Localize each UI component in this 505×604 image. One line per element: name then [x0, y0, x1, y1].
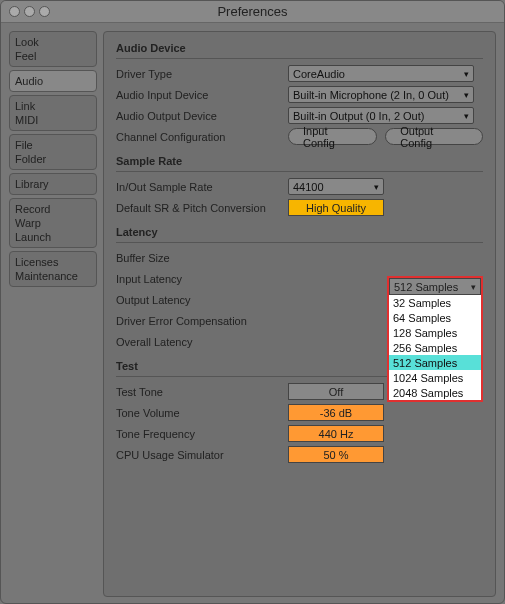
sidebar-group-look-feel[interactable]: Look Feel	[9, 31, 97, 67]
sidebar-item-launch[interactable]: Launch	[15, 230, 91, 244]
window-title: Preferences	[1, 4, 504, 19]
cpu-value[interactable]: 50 %	[288, 446, 384, 463]
buffer-option-32[interactable]: 32 Samples	[389, 295, 481, 310]
test-tone-label: Test Tone	[116, 386, 288, 398]
row-cpu-sim: CPU Usage Simulator 50 %	[116, 444, 483, 465]
buffer-size-dropdown[interactable]: 512 Samples 32 Samples 64 Samples 128 Sa…	[387, 276, 483, 402]
audio-input-value: Built-in Microphone (2 In, 0 Out)	[293, 89, 449, 101]
default-sr-label: Default SR & Pitch Conversion	[116, 202, 288, 214]
buffer-option-256[interactable]: 256 Samples	[389, 340, 481, 355]
tone-volume-value[interactable]: -36 dB	[288, 404, 384, 421]
row-buffer-size: Buffer Size	[116, 247, 483, 268]
sidebar: Look Feel Audio Link MIDI File Folder Li…	[9, 31, 97, 597]
driver-type-label: Driver Type	[116, 68, 288, 80]
inout-sr-value: 44100	[293, 181, 324, 193]
tone-freq-value[interactable]: 440 Hz	[288, 425, 384, 442]
audio-output-value: Built-in Output (0 In, 2 Out)	[293, 110, 424, 122]
buffer-option-1024[interactable]: 1024 Samples	[389, 370, 481, 385]
sidebar-group-link-midi[interactable]: Link MIDI	[9, 95, 97, 131]
buffer-size-selected: 512 Samples	[394, 281, 458, 293]
sidebar-item-licenses[interactable]: Licenses	[15, 255, 91, 269]
sidebar-item-folder[interactable]: Folder	[15, 152, 91, 166]
audio-output-label: Audio Output Device	[116, 110, 288, 122]
tone-volume-label: Tone Volume	[116, 407, 288, 419]
row-channel-config: Channel Configuration Input Config Outpu…	[116, 126, 483, 147]
row-audio-input: Audio Input Device Built-in Microphone (…	[116, 84, 483, 105]
section-sample-rate: Sample Rate	[116, 153, 483, 172]
output-config-button[interactable]: Output Config	[385, 128, 483, 145]
sidebar-item-midi[interactable]: MIDI	[15, 113, 91, 127]
driver-error-label: Driver Error Compensation	[116, 315, 288, 327]
channel-config-label: Channel Configuration	[116, 131, 288, 143]
content-area: Look Feel Audio Link MIDI File Folder Li…	[1, 23, 504, 604]
cpu-label: CPU Usage Simulator	[116, 449, 288, 461]
row-tone-freq: Tone Frequency 440 Hz	[116, 423, 483, 444]
preferences-window: Preferences Look Feel Audio Link MIDI Fi…	[0, 0, 505, 604]
default-sr-toggle[interactable]: High Quality	[288, 199, 384, 216]
buffer-size-label: Buffer Size	[116, 252, 288, 264]
sidebar-group-licenses[interactable]: Licenses Maintenance	[9, 251, 97, 287]
input-latency-label: Input Latency	[116, 273, 288, 285]
inout-sr-select[interactable]: 44100	[288, 178, 384, 195]
section-latency: Latency	[116, 224, 483, 243]
section-audio-device: Audio Device	[116, 40, 483, 59]
sidebar-group-record[interactable]: Record Warp Launch	[9, 198, 97, 248]
sidebar-item-warp[interactable]: Warp	[15, 216, 91, 230]
row-inout-sample-rate: In/Out Sample Rate 44100	[116, 176, 483, 197]
sidebar-group-library[interactable]: Library	[9, 173, 97, 195]
inout-sr-label: In/Out Sample Rate	[116, 181, 288, 193]
sidebar-group-audio[interactable]: Audio	[9, 70, 97, 92]
tone-freq-label: Tone Frequency	[116, 428, 288, 440]
sidebar-item-look[interactable]: Look	[15, 35, 91, 49]
sidebar-item-maintenance[interactable]: Maintenance	[15, 269, 91, 283]
row-tone-volume: Tone Volume -36 dB	[116, 402, 483, 423]
sidebar-item-record[interactable]: Record	[15, 202, 91, 216]
output-latency-label: Output Latency	[116, 294, 288, 306]
buffer-option-512[interactable]: 512 Samples	[389, 355, 481, 370]
titlebar: Preferences	[1, 1, 504, 23]
row-driver-type: Driver Type CoreAudio	[116, 63, 483, 84]
buffer-size-select[interactable]: 512 Samples	[389, 278, 481, 295]
sidebar-group-file-folder[interactable]: File Folder	[9, 134, 97, 170]
main-panel: Audio Device Driver Type CoreAudio Audio…	[103, 31, 496, 597]
row-audio-output: Audio Output Device Built-in Output (0 I…	[116, 105, 483, 126]
audio-input-select[interactable]: Built-in Microphone (2 In, 0 Out)	[288, 86, 474, 103]
buffer-size-options: 32 Samples 64 Samples 128 Samples 256 Sa…	[389, 295, 481, 400]
buffer-option-128[interactable]: 128 Samples	[389, 325, 481, 340]
buffer-option-2048[interactable]: 2048 Samples	[389, 385, 481, 400]
driver-type-select[interactable]: CoreAudio	[288, 65, 474, 82]
sidebar-item-feel[interactable]: Feel	[15, 49, 91, 63]
audio-input-label: Audio Input Device	[116, 89, 288, 101]
sidebar-item-audio[interactable]: Audio	[15, 74, 91, 88]
audio-output-select[interactable]: Built-in Output (0 In, 2 Out)	[288, 107, 474, 124]
sidebar-item-file[interactable]: File	[15, 138, 91, 152]
overall-latency-label: Overall Latency	[116, 336, 288, 348]
row-default-sr: Default SR & Pitch Conversion High Quali…	[116, 197, 483, 218]
buffer-option-64[interactable]: 64 Samples	[389, 310, 481, 325]
driver-type-value: CoreAudio	[293, 68, 345, 80]
sidebar-item-library[interactable]: Library	[15, 177, 91, 191]
test-tone-toggle[interactable]: Off	[288, 383, 384, 400]
input-config-button[interactable]: Input Config	[288, 128, 377, 145]
sidebar-item-link[interactable]: Link	[15, 99, 91, 113]
